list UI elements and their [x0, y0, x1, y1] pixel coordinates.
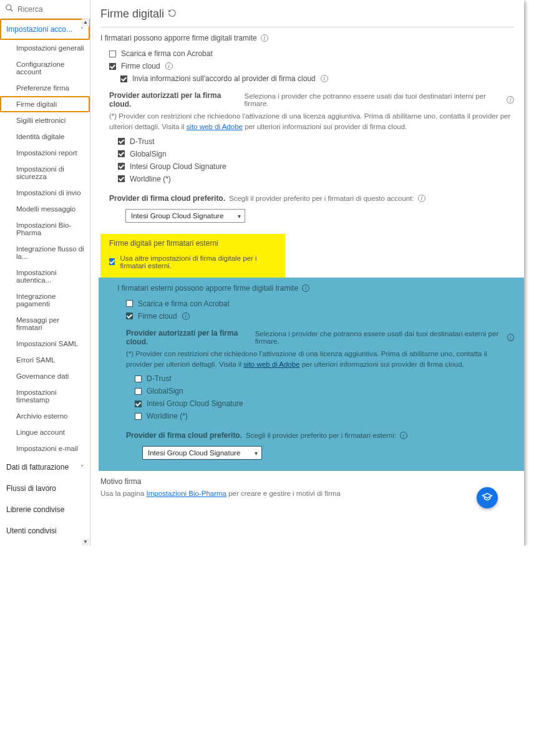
sidebar-section-billing[interactable]: Dati di fatturazione ˅ [0, 457, 90, 478]
scroll-down-icon[interactable]: ▼ [82, 538, 89, 546]
provider-label: Intesi Group Cloud Signature [147, 399, 243, 408]
checkbox-label: Invia informazioni sull'accordo al provi… [132, 74, 316, 83]
sidebar-item-signer-msg[interactable]: Messaggi per firmatari [0, 312, 90, 336]
info-icon[interactable] [418, 195, 425, 202]
svg-line-1 [11, 9, 13, 12]
sidebar-item-languages[interactable]: Lingue account [0, 424, 90, 440]
sidebar-section-label: Impostazioni acco... [6, 25, 72, 34]
biopharma-link[interactable]: Impostazioni Bio-Pharma [147, 490, 226, 497]
checkbox-provider-globalsign[interactable] [118, 150, 125, 157]
checkbox-cloud-signatures[interactable] [109, 63, 116, 70]
info-icon[interactable] [507, 96, 514, 104]
refresh-icon[interactable] [168, 7, 177, 21]
checkbox-ext-provider-dtrust[interactable] [135, 376, 142, 382]
sidebar-item-payments[interactable]: Integrazione pagamenti [0, 288, 90, 312]
sidebar-item-digital-signatures[interactable]: Firme digitali [0, 96, 90, 112]
checkbox-send-info[interactable] [120, 75, 127, 82]
sidebar: ▲ Impostazioni acco... ˄ Impostazioni ge… [0, 0, 90, 546]
ext-preferred-lead: Provider di firma cloud preferito. [126, 431, 242, 440]
info-icon[interactable] [321, 75, 328, 82]
provider-label: Worldline (*) [147, 412, 188, 420]
help-fab-button[interactable] [477, 487, 498, 508]
providers-lead: Provider autorizzati per la firma cloud. [109, 91, 241, 109]
sidebar-item-send[interactable]: Impostazioni di invio [0, 185, 90, 201]
checkbox-ext-cloud-signatures[interactable] [126, 313, 133, 319]
checkbox-ext-download-acrobat[interactable] [126, 300, 133, 307]
sidebar-section-workflows[interactable]: Flussi di lavoro [0, 478, 90, 499]
checkbox-label: Firme cloud [121, 62, 160, 70]
providers-desc: Seleziona i provider che potranno essere… [245, 92, 503, 107]
motivo-title: Motivo firma [100, 477, 514, 486]
sidebar-item-auth[interactable]: Impostazioni autentica... [0, 264, 90, 288]
search-icon [5, 4, 14, 14]
motivo-text: Usa la pagina Impostazioni Bio-Pharma pe… [100, 490, 514, 497]
sidebar-section-privacy[interactable]: Privacy [0, 541, 90, 546]
chevron-up-icon: ˄ [80, 26, 84, 33]
sidebar-item-governance[interactable]: Governance dati [0, 368, 90, 384]
external-section-label: I firmatari esterni possono apporre firm… [117, 284, 514, 293]
sidebar-section-libraries[interactable]: Librerie condivise [0, 499, 90, 520]
checkbox-ext-provider-worldline[interactable] [135, 413, 142, 420]
info-icon[interactable] [400, 432, 407, 439]
sidebar-scroll[interactable]: ▲ Impostazioni acco... ˄ Impostazioni ge… [0, 19, 90, 546]
info-icon[interactable] [182, 313, 190, 320]
chevron-down-icon: ▾ [255, 450, 258, 457]
signature-reason-section: Motivo firma Usa la pagina Impostazioni … [100, 477, 514, 497]
internal-section-label: I firmatari possono apporre firme digita… [100, 34, 514, 42]
sidebar-item-saml[interactable]: Impostazioni SAML [0, 336, 90, 352]
info-icon[interactable] [165, 62, 173, 70]
adobe-website-link[interactable]: sito web di Adobe [187, 123, 243, 130]
provider-label: D-Trust [147, 374, 172, 383]
sidebar-item-timestamp[interactable]: Impostazioni timestamp [0, 384, 90, 408]
sidebar-item-security[interactable]: Impostazioni di sicurezza [0, 161, 90, 185]
external-settings-panel: I firmatari esterni possono apporre firm… [99, 278, 524, 472]
ext-restriction-note: (*) Provider con restrizioni che richied… [126, 349, 514, 371]
info-icon[interactable] [507, 334, 514, 341]
main-content: Firme digitali I firmatari possono appor… [90, 0, 524, 546]
checkbox-label: Scarica e firma con Acrobat [121, 49, 213, 58]
sidebar-item-sign-pref[interactable]: Preferenze firma [0, 80, 90, 96]
info-icon[interactable] [302, 284, 309, 292]
sidebar-item-general[interactable]: Impostazioni generali [0, 40, 90, 56]
sidebar-item-workflow-int[interactable]: Integrazione flusso di la... [0, 241, 90, 264]
checkbox-provider-dtrust[interactable] [118, 138, 125, 145]
preferred-provider-select[interactable]: Intesi Group Cloud Signature ▾ [125, 209, 245, 223]
sidebar-item-reports[interactable]: Impostazioni report [0, 145, 90, 161]
info-icon[interactable] [261, 34, 268, 42]
provider-label: Worldline (*) [130, 175, 171, 183]
graduation-cap-icon [482, 492, 493, 505]
sidebar-item-account-config[interactable]: Configurazione account [0, 56, 90, 80]
sidebar-section-users[interactable]: Utenti condivisi [0, 520, 90, 541]
chevron-down-icon: ˅ [80, 464, 84, 471]
provider-label: Intesi Group Cloud Signature [130, 162, 226, 171]
checkbox-provider-worldline[interactable] [118, 175, 125, 182]
sidebar-item-templates[interactable]: Modelli messaggio [0, 201, 90, 217]
search-row [0, 0, 90, 19]
checkbox-ext-provider-intesi[interactable] [135, 400, 142, 407]
svg-point-0 [6, 5, 11, 10]
checkbox-label: Scarica e firma con Acrobat [138, 299, 230, 308]
checkbox-provider-intesi[interactable] [118, 163, 125, 170]
provider-label: GlobalSign [130, 150, 167, 158]
search-input[interactable] [17, 5, 85, 14]
sidebar-item-digital-identity[interactable]: Identità digitale [0, 128, 90, 145]
sidebar-item-biopharma[interactable]: Impostazioni Bio-Pharma [0, 217, 90, 241]
ext-providers-desc: Seleziona i provider che potranno essere… [255, 330, 503, 345]
scroll-up-icon[interactable]: ▲ [82, 19, 89, 26]
page-title: Firme digitali [100, 7, 164, 21]
checkbox-use-external-settings[interactable] [109, 258, 115, 265]
sidebar-section-account[interactable]: Impostazioni acco... ˄ [0, 19, 90, 40]
checkbox-label: Usa altre impostazioni di firma digitale… [120, 254, 276, 269]
sidebar-item-email[interactable]: Impostazioni e-mail [0, 440, 90, 457]
sidebar-section-label: Dati di fatturazione [6, 463, 69, 472]
external-band-title: Firme digitali per firmatari esterni [109, 239, 276, 248]
ext-preferred-provider-select[interactable]: Intesi Group Cloud Signature ▾ [142, 446, 262, 460]
sidebar-item-saml-errors[interactable]: Errori SAML [0, 352, 90, 368]
checkbox-ext-provider-globalsign[interactable] [135, 388, 142, 395]
ext-providers-lead: Provider autorizzati per la firma cloud. [126, 329, 251, 346]
checkbox-download-acrobat[interactable] [109, 51, 116, 57]
sidebar-section-label: Flussi di lavoro [6, 484, 56, 493]
sidebar-item-external-archive[interactable]: Archivio esterno [0, 408, 90, 424]
sidebar-item-seals[interactable]: Sigilli elettronici [0, 112, 90, 128]
adobe-website-link[interactable]: sito web di Adobe [243, 361, 299, 368]
